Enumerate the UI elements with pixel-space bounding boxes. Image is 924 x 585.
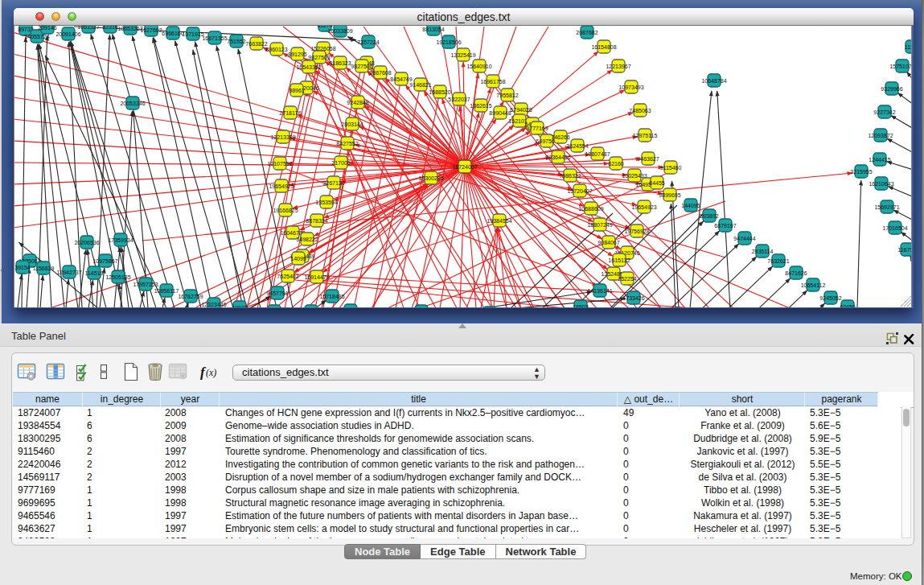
svg-text:11123: 11123 <box>905 44 912 50</box>
svg-text:39154: 39154 <box>14 265 31 270</box>
svg-text:9899695: 9899695 <box>659 192 680 198</box>
svg-text:14136141: 14136141 <box>587 288 612 294</box>
svg-text:7625402: 7625402 <box>277 274 298 279</box>
svg-text:1588520: 1588520 <box>429 89 450 95</box>
svg-text:8878334: 8878334 <box>306 218 327 224</box>
svg-text:17016504: 17016504 <box>882 225 907 231</box>
svg-text:10958117: 10958117 <box>154 288 179 294</box>
svg-text:8454749: 8454749 <box>390 76 412 82</box>
svg-text:20091406: 20091406 <box>55 31 80 37</box>
svg-text:18300295: 18300295 <box>418 175 443 181</box>
svg-text:98961: 98961 <box>289 88 305 93</box>
svg-text:9463627: 9463627 <box>637 156 659 162</box>
svg-text:10653267: 10653267 <box>117 26 142 31</box>
svg-text:8427552: 8427552 <box>336 141 358 146</box>
svg-text:19654923: 19654923 <box>631 204 656 210</box>
svg-text:7986322: 7986322 <box>559 173 581 179</box>
svg-text:1615132: 1615132 <box>608 257 630 263</box>
svg-text:10648784: 10648784 <box>701 78 726 84</box>
svg-text:6879197: 6879197 <box>714 223 736 229</box>
svg-text:3267130: 3267130 <box>322 180 344 186</box>
svg-text:84455: 84455 <box>649 180 665 186</box>
svg-text:593892: 593892 <box>700 213 718 219</box>
svg-text:1071915: 1071915 <box>182 31 203 37</box>
svg-text:19384554: 19384554 <box>487 218 511 224</box>
svg-text:9115460: 9115460 <box>660 165 682 171</box>
svg-text:746266: 746266 <box>551 134 569 140</box>
svg-text:10107552: 10107552 <box>267 161 292 167</box>
svg-text:9827506: 9827506 <box>351 64 372 69</box>
svg-text:16671355: 16671355 <box>202 35 227 41</box>
svg-text:6794028: 6794028 <box>510 107 532 113</box>
svg-text:9242848: 9242848 <box>347 100 368 105</box>
svg-text:19218506: 19218506 <box>436 39 461 45</box>
svg-text:15718485: 15718485 <box>319 294 344 299</box>
svg-text:9084067: 9084067 <box>598 240 619 245</box>
svg-text:3498222: 3498222 <box>296 237 318 242</box>
svg-text:6966160: 6966160 <box>162 31 183 36</box>
svg-text:10975867: 10975867 <box>92 258 117 264</box>
svg-text:16543362: 16543362 <box>296 64 321 70</box>
svg-text:12323446: 12323446 <box>201 302 226 307</box>
svg-text:9146821: 9146821 <box>409 82 431 88</box>
svg-text:20053346: 20053346 <box>120 101 145 106</box>
svg-text:16914479: 16914479 <box>304 274 329 280</box>
svg-text:(x): (x) <box>206 367 216 378</box>
svg-text:252254: 252254 <box>618 276 636 282</box>
svg-text:1353594: 1353594 <box>315 200 337 205</box>
svg-text:15692971: 15692971 <box>874 204 899 210</box>
svg-text:8471626: 8471626 <box>785 270 807 276</box>
svg-text:9457791: 9457791 <box>266 290 288 296</box>
svg-text:15720407: 15720407 <box>567 188 592 194</box>
svg-text:1156829: 1156829 <box>33 266 55 271</box>
svg-text:8990448: 8990448 <box>489 110 511 116</box>
svg-text:12505135: 12505135 <box>105 274 130 280</box>
svg-text:7663822: 7663822 <box>245 41 267 47</box>
svg-text:3624554: 3624554 <box>566 143 588 149</box>
svg-text:7955812: 7955812 <box>496 93 518 98</box>
svg-text:17957253: 17957253 <box>133 282 158 287</box>
svg-text:10654112: 10654112 <box>801 282 826 288</box>
svg-text:2718176: 2718176 <box>279 110 301 116</box>
svg-text:2867608: 2867608 <box>369 70 391 76</box>
svg-text:15751074: 15751074 <box>889 64 912 69</box>
svg-text:5322037: 5322037 <box>448 97 470 102</box>
svg-text:18724007: 18724007 <box>452 164 477 170</box>
svg-text:12093872: 12093872 <box>868 133 893 138</box>
svg-text:13325419: 13325419 <box>450 52 475 58</box>
svg-text:16154808: 16154808 <box>591 44 616 50</box>
svg-text:16961758: 16961758 <box>480 79 505 84</box>
svg-text:9329966: 9329966 <box>881 86 902 92</box>
svg-text:116753: 116753 <box>898 247 912 253</box>
svg-text:2935114: 2935114 <box>752 249 774 254</box>
svg-text:17359934: 17359934 <box>108 237 133 243</box>
svg-text:8960123: 8960123 <box>265 47 287 52</box>
svg-text:16503: 16503 <box>573 304 589 308</box>
svg-text:9474444: 9474444 <box>733 236 755 241</box>
svg-text:1362615: 1362615 <box>470 103 491 109</box>
svg-text:12213389: 12213389 <box>270 134 295 140</box>
svg-text:12213967: 12213967 <box>606 64 630 69</box>
svg-text:114519: 114519 <box>85 270 104 276</box>
svg-text:2087682: 2087682 <box>576 30 598 35</box>
svg-text:16782759: 16782759 <box>178 294 203 299</box>
svg-text:10025433: 10025433 <box>622 173 647 179</box>
svg-text:14099: 14099 <box>290 256 306 262</box>
svg-text:7485063: 7485063 <box>629 108 651 113</box>
svg-text:20206536: 20206536 <box>74 240 99 245</box>
svg-text:3215955: 3215955 <box>850 169 872 175</box>
svg-text:1527602: 1527602 <box>140 27 162 33</box>
svg-text:19654925: 19654925 <box>269 183 294 189</box>
svg-text:15226058: 15226058 <box>310 46 335 51</box>
svg-text:1244415: 1244415 <box>869 157 890 163</box>
svg-text:10973493: 10973493 <box>618 84 643 90</box>
svg-text:9227342: 9227342 <box>873 109 895 115</box>
svg-text:144095: 144095 <box>681 203 700 208</box>
svg-text:9245052: 9245052 <box>819 295 841 301</box>
svg-text:20364436: 20364436 <box>545 154 570 160</box>
svg-text:2803144: 2803144 <box>341 122 363 127</box>
svg-text:8813054: 8813054 <box>422 27 444 32</box>
svg-text:7632621: 7632621 <box>767 258 789 264</box>
svg-text:8186323: 8186323 <box>329 60 351 66</box>
svg-text:1063327: 1063327 <box>77 26 99 30</box>
